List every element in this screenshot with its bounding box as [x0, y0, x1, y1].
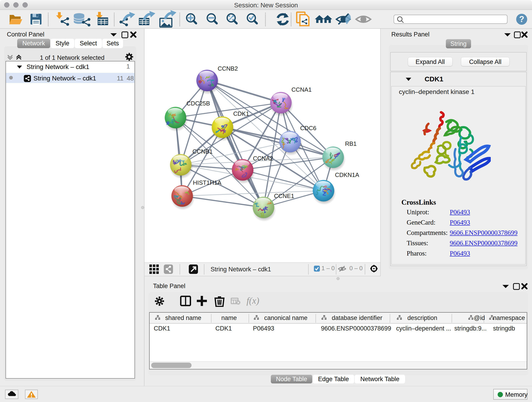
svg-text:f(x): f(x) — [247, 295, 259, 306]
svg-text:CDKN1A: CDKN1A — [335, 172, 359, 178]
svg-text:CCNA1: CCNA1 — [291, 86, 312, 93]
svg-text:HIST1H1A: HIST1H1A — [193, 179, 222, 186]
svg-text:0 – 0: 0 – 0 — [349, 265, 363, 272]
svg-text:CCNB1: CCNB1 — [192, 148, 213, 155]
svg-text:1 – 0: 1 – 0 — [322, 265, 335, 272]
svg-text:CCNB2: CCNB2 — [218, 65, 238, 72]
svg-text:CDC6: CDC6 — [300, 125, 317, 132]
svg-text:CDK1: CDK1 — [233, 110, 249, 117]
svg-text:CDC25B: CDC25B — [186, 100, 210, 107]
svg-text:RB1: RB1 — [345, 140, 357, 147]
svg-text:CCNE1: CCNE1 — [274, 192, 294, 199]
svg-text:CCNA2: CCNA2 — [253, 155, 273, 162]
